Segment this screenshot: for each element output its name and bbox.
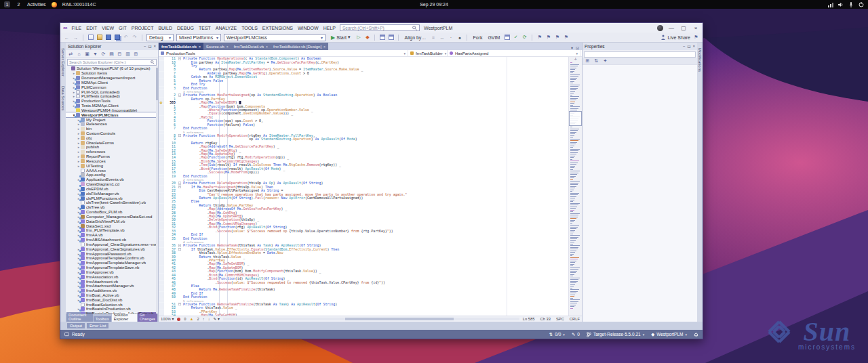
tree-item[interactable]: ▸frm_PLMTemplate.vb xyxy=(66,228,158,233)
close-tab-icon[interactable]: × xyxy=(226,45,229,49)
open-file-icon[interactable] xyxy=(96,34,102,41)
dock-tab-solution-explorer[interactable]: Solution Explorer xyxy=(112,312,137,322)
pending-edits[interactable]: ✎0 xyxy=(572,332,580,337)
tree-item[interactable]: ▸Resources xyxy=(66,159,158,164)
tree-item[interactable]: clsTree(kent-CaseInSensitive).vb xyxy=(66,200,158,205)
solution-config-dropdown[interactable]: Debug▾ xyxy=(146,34,174,41)
menu-test[interactable]: TEST xyxy=(199,26,211,30)
server-explorer-tab[interactable]: Server Explorer xyxy=(61,48,65,77)
collapse-region-icon[interactable]: − xyxy=(178,248,181,251)
minimap-scrollbar[interactable]: ✛ xyxy=(568,57,582,316)
tree-item[interactable]: ▸publish xyxy=(66,145,158,150)
tree-item[interactable]: ▸Solution Items xyxy=(66,71,158,76)
tree-item[interactable]: ▸DocumentManagementImport xyxy=(66,76,158,81)
bookmark-next-icon[interactable]: ⚑ xyxy=(554,34,560,41)
pending-filter-icon[interactable]: ▼ xyxy=(92,50,98,58)
minimize-button[interactable]: — xyxy=(667,25,675,31)
line-indicator[interactable]: Ln 585 xyxy=(523,317,535,321)
pencil-icon[interactable]: ✎ ▾ xyxy=(214,317,220,321)
fork-button[interactable]: Fork xyxy=(471,35,484,40)
panel-tab-error-list[interactable]: Error List xyxy=(87,323,108,328)
menu-view[interactable]: VIEW xyxy=(102,26,114,30)
categorized-icon[interactable]: ⊞ xyxy=(585,58,591,65)
collapse-region-icon[interactable]: − xyxy=(178,182,181,185)
tree-item[interactable]: ▸frmAssociation.vb xyxy=(66,274,158,279)
document-tab[interactable]: frmTaskBuilder.vb [Design]× xyxy=(271,43,328,50)
tree-scrollbar[interactable] xyxy=(156,66,158,314)
volume-icon[interactable] xyxy=(838,2,844,7)
tree-item[interactable]: ▸references xyxy=(66,150,158,154)
tree-item[interactable]: ▸bin xyxy=(66,127,158,131)
tree-item[interactable]: ▸M2MApi.Client xyxy=(66,80,158,85)
indent-guides-icon[interactable]: ≡ xyxy=(430,34,436,41)
tree-item[interactable]: ▸ComboBox_PLM.vb xyxy=(66,210,158,215)
live-share-button[interactable]: Live Share xyxy=(660,35,690,40)
tree-item[interactable]: ▸clsEPDM.vb xyxy=(66,187,158,192)
collapse-region-icon[interactable]: − xyxy=(178,303,181,305)
tree-item[interactable]: WestportPLM64 (incompatible) xyxy=(66,108,158,112)
bookmark-toggle-icon[interactable]: ⚑ xyxy=(536,34,542,41)
project-dropdown[interactable]: ProductionTools▾ xyxy=(159,50,408,56)
menu-analyze[interactable]: ANALYZE xyxy=(216,26,237,30)
tree-item[interactable]: ▸frmBoatsInProduction_AdhocEntry.vb xyxy=(66,312,158,314)
menu-git[interactable]: GIT xyxy=(119,26,127,30)
menu-help[interactable]: HELP xyxy=(323,26,336,30)
active-app-title[interactable]: RAIL:0001014C xyxy=(62,2,96,7)
document-tab[interactable]: frmTaskBuilder.vb× xyxy=(159,43,203,50)
bookmark-clear-icon[interactable]: ⚑ xyxy=(563,34,569,41)
scroll-up-icon[interactable]: ✛ xyxy=(569,57,582,61)
save-all-icon[interactable] xyxy=(114,34,120,41)
tree-item[interactable]: ▸frmApproval_ClearSignatures.vb xyxy=(66,247,158,251)
tree-item[interactable]: ▸PLMCommon xyxy=(66,85,158,89)
tree-item[interactable]: ▸frmAA.vb xyxy=(66,233,158,238)
spaces-indicator[interactable]: SPC xyxy=(556,317,564,321)
close-panel-icon[interactable]: × xyxy=(692,44,695,49)
tree-item[interactable]: ▸obj xyxy=(66,135,158,140)
tree-item[interactable]: ▸Computer_ManagementDataSet.xsd xyxy=(66,215,158,219)
collapse-region-icon[interactable]: − xyxy=(178,58,181,60)
code-line[interactable]: 54 .Map(Me.SafeGetBOM) _ xyxy=(159,314,570,316)
panel-menu-icon[interactable]: − xyxy=(683,44,686,49)
whitespace-icon[interactable]: · xyxy=(448,34,454,41)
tree-item[interactable]: ▸PLMTests (unloaded) xyxy=(66,94,158,99)
collapse-region-icon[interactable]: − xyxy=(178,94,181,97)
tree-item[interactable]: ▸frmApprovalPassword.vb xyxy=(66,251,158,256)
refresh-icon[interactable]: ⟳ xyxy=(100,50,106,58)
sync-refresh-icon[interactable]: ⟳ xyxy=(521,34,528,41)
microphone-icon[interactable] xyxy=(848,2,854,7)
tree-item[interactable]: ▸References xyxy=(66,122,158,127)
next-issue-icon[interactable]: ↓ xyxy=(208,317,210,321)
tree-item[interactable]: ▸frmBoatsInProduction.vb xyxy=(66,307,158,312)
property-pages-icon[interactable]: ✦ xyxy=(602,58,608,65)
network-icon[interactable] xyxy=(828,2,833,7)
panel-tab-output[interactable]: Output xyxy=(67,323,85,328)
data-sources-tab[interactable]: Data Sources xyxy=(61,86,65,110)
undo-icon[interactable]: ↶ xyxy=(123,34,129,41)
clock[interactable]: Sep 29 09:24 xyxy=(420,0,448,9)
global-search-input[interactable]: Search (Ctrl+Shift+P) xyxy=(340,24,420,31)
tree-item[interactable]: ▸Tests.M2MApi.Client xyxy=(66,104,158,108)
tree-item[interactable]: ▸clsFileManager.vb xyxy=(66,191,158,196)
power-icon[interactable] xyxy=(859,2,864,7)
collapse-region-icon[interactable]: − xyxy=(178,244,181,247)
menu-window[interactable]: WINDOW xyxy=(298,26,319,30)
home-icon[interactable]: ⌂ xyxy=(76,50,82,58)
sync-with-active-icon[interactable]: ⇄ xyxy=(68,50,74,58)
dock-tab-document-outline[interactable]: Document Outline xyxy=(66,312,93,322)
prev-issue-icon[interactable]: ↑ xyxy=(203,317,205,321)
menu-extensions[interactable]: EXTENSIONS xyxy=(262,26,293,30)
modifications-tab[interactable]: Modifications xyxy=(698,48,702,72)
gvim-button[interactable]: GVIM xyxy=(486,35,501,40)
dock-tab-toolbox[interactable]: Toolbox xyxy=(94,316,111,322)
quick-action-lightbulb-icon[interactable] xyxy=(160,102,163,104)
align-by-button[interactable]: Align by… xyxy=(403,35,427,40)
redo-icon[interactable]: ↷ xyxy=(132,34,138,41)
show-all-files-icon[interactable]: ▥ xyxy=(125,50,131,58)
tree-item[interactable]: ▸frmAuditItems.vb xyxy=(66,289,158,293)
tree-item[interactable]: ▸frmBoat_Active.vb xyxy=(66,293,158,298)
tree-item[interactable]: ▸frmApprovalTemplateSave.vb xyxy=(66,265,158,270)
minimap-viewport[interactable] xyxy=(569,111,582,126)
tree-item[interactable]: frmApproval_ClearSignatures.resx--merged xyxy=(66,242,158,247)
user-avatar[interactable] xyxy=(657,25,663,31)
compare-files-icon[interactable] xyxy=(504,34,510,41)
